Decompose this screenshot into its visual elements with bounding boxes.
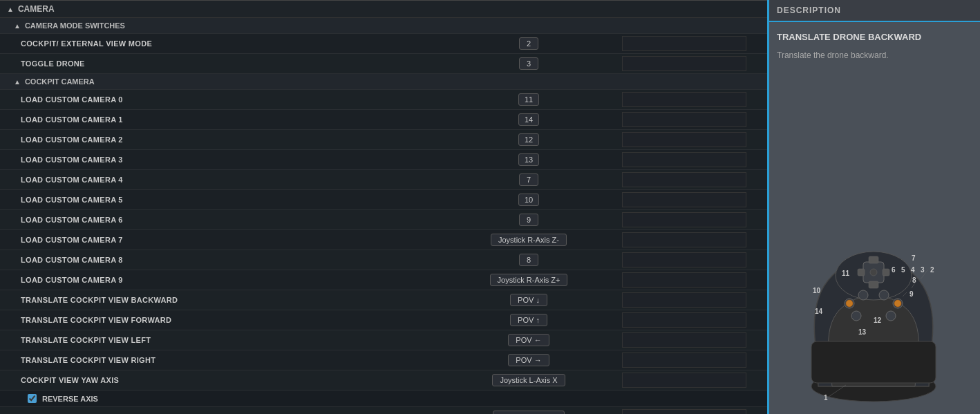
row-label: TOGGLE DRONE	[0, 57, 456, 70]
binding1-cell[interactable]: Joystick R-Axis Z-	[456, 232, 601, 248]
binding2-cell[interactable]	[601, 270, 767, 290]
table-row[interactable]: TOGGLE DRONE 3	[0, 54, 767, 74]
empty-binding	[622, 373, 746, 388]
svg-text:2: 2	[930, 266, 934, 274]
key-badge: 11	[518, 93, 539, 106]
empty-binding	[622, 36, 746, 51]
binding1-cell[interactable]: 9	[456, 211, 601, 228]
empty-binding	[622, 332, 746, 348]
row-label: COCKPIT VIEW PITCH AXIS	[0, 410, 456, 414]
svg-rect-6	[858, 269, 865, 276]
binding2-cell[interactable]	[601, 250, 767, 270]
svg-text:3: 3	[921, 266, 925, 274]
binding2-cell[interactable]	[601, 290, 767, 310]
binding1-cell[interactable]: POV ↑	[456, 312, 601, 328]
table-row[interactable]: COCKPIT VIEW PITCH AXIS Joystick L-Axis …	[0, 407, 767, 414]
svg-point-17	[894, 300, 901, 307]
cockpit-camera-header[interactable]: ▲ COCKPIT CAMERA	[0, 74, 767, 90]
table-row[interactable]: COCKPIT/ EXTERNAL VIEW MODE 2	[0, 34, 767, 54]
empty-binding	[622, 252, 746, 267]
svg-text:14: 14	[815, 308, 823, 315]
row-label: LOAD CUSTOM CAMERA 9	[0, 273, 456, 287]
empty-binding	[622, 92, 746, 107]
row-label: TRANSLATE COCKPIT VIEW BACKWARD	[0, 293, 456, 307]
camera-mode-switches-header[interactable]: ▲ CAMERA MODE SWITCHES	[0, 18, 767, 34]
table-row[interactable]: TRANSLATE COCKPIT VIEW RIGHT POV →	[0, 350, 767, 370]
table-row[interactable]: COCKPIT VIEW YAW AXIS Joystick L-Axis X	[0, 370, 767, 391]
table-row[interactable]: LOAD CUSTOM CAMERA 3 13	[0, 150, 767, 170]
table-row[interactable]: TRANSLATE COCKPIT VIEW FORWARD POV ↑	[0, 310, 767, 330]
binding1-cell[interactable]: Joystick R-Axis Z+	[456, 272, 601, 288]
binding2-cell[interactable]	[601, 34, 767, 53]
svg-rect-9	[811, 341, 936, 383]
binding2-cell[interactable]	[601, 150, 767, 169]
binding1-cell[interactable]: 3	[456, 55, 601, 72]
description-header: DESCRIPTION	[767, 0, 980, 22]
key-badge-wide: Joystick R-Axis Z-	[491, 234, 567, 246]
joystick-diagram: 1 2 3 4 5 6 7 8 9 10 11 12 13 1	[777, 214, 970, 407]
left-panel[interactable]: ▲ CAMERA ▲ CAMERA MODE SWITCHES COCKPIT/…	[0, 0, 767, 414]
row-label: COCKPIT/ EXTERNAL VIEW MODE	[0, 37, 456, 50]
row-label: LOAD CUSTOM CAMERA 2	[0, 133, 456, 147]
binding1-cell[interactable]: 11	[456, 91, 601, 108]
binding2-cell[interactable]	[601, 54, 767, 73]
empty-binding	[622, 212, 746, 227]
binding1-cell[interactable]: 2	[456, 35, 601, 52]
table-row[interactable]: LOAD CUSTOM CAMERA 5 10	[0, 190, 767, 210]
binding2-cell[interactable]	[601, 210, 767, 229]
binding1-cell[interactable]: POV →	[456, 352, 601, 368]
svg-point-15	[851, 311, 861, 321]
binding1-cell[interactable]: 14	[456, 111, 601, 128]
table-row[interactable]: TRANSLATE COCKPIT VIEW LEFT POV ←	[0, 330, 767, 350]
binding2-cell[interactable]	[601, 310, 767, 330]
table-row[interactable]: LOAD CUSTOM CAMERA 0 11	[0, 90, 767, 110]
table-row[interactable]: LOAD CUSTOM CAMERA 6 9	[0, 210, 767, 230]
binding1-cell[interactable]: POV ↓	[456, 292, 601, 308]
camera-section-header: ▲ CAMERA	[0, 0, 767, 18]
key-badge-wide: POV ←	[508, 334, 549, 346]
reverse-axis-yaw-row[interactable]: REVERSE AXIS	[0, 391, 767, 407]
binding1-cell[interactable]: 12	[456, 131, 601, 148]
table-row[interactable]: LOAD CUSTOM CAMERA 8 8	[0, 250, 767, 270]
binding1-cell[interactable]: 10	[456, 191, 601, 208]
table-row[interactable]: LOAD CUSTOM CAMERA 7 Joystick R-Axis Z-	[0, 230, 767, 250]
binding2-cell[interactable]	[601, 330, 767, 350]
table-row[interactable]: LOAD CUSTOM CAMERA 4 7	[0, 170, 767, 190]
binding1-cell[interactable]: Joystick L-Axis X	[456, 372, 601, 388]
table-row[interactable]: TRANSLATE COCKPIT VIEW BACKWARD POV ↓	[0, 290, 767, 310]
row-label: LOAD CUSTOM CAMERA 8	[0, 253, 456, 267]
binding1-cell[interactable]: POV ←	[456, 332, 601, 348]
svg-point-11	[858, 290, 868, 300]
row-label: LOAD CUSTOM CAMERA 1	[0, 113, 456, 126]
table-row[interactable]: LOAD CUSTOM CAMERA 1 14	[0, 110, 767, 130]
key-badge: 7	[519, 173, 538, 186]
binding1-cell[interactable]: 7	[456, 171, 601, 188]
svg-text:10: 10	[813, 287, 821, 294]
table-row[interactable]: LOAD CUSTOM CAMERA 2 12	[0, 130, 767, 150]
empty-binding	[622, 312, 746, 328]
binding2-cell[interactable]	[601, 407, 767, 414]
binding1-cell[interactable]: Joystick L-Axis Y	[456, 408, 601, 414]
row-label: COCKPIT VIEW YAW AXIS	[0, 373, 456, 387]
key-badge: 14	[518, 113, 539, 126]
row-label: LOAD CUSTOM CAMERA 5	[0, 193, 456, 207]
binding2-cell[interactable]	[601, 170, 767, 189]
table-row[interactable]: LOAD CUSTOM CAMERA 9 Joystick R-Axis Z+	[0, 270, 767, 290]
svg-point-8	[870, 269, 877, 276]
empty-binding	[622, 409, 746, 414]
binding2-cell[interactable]	[601, 130, 767, 149]
empty-binding	[622, 352, 746, 368]
reverse-axis-yaw-checkbox[interactable]	[28, 394, 37, 403]
key-badge: 10	[518, 194, 539, 206]
empty-binding	[622, 172, 746, 187]
binding2-cell[interactable]	[601, 90, 767, 109]
empty-binding	[622, 292, 746, 308]
binding2-cell[interactable]	[601, 110, 767, 129]
binding2-cell[interactable]	[601, 370, 767, 390]
binding2-cell[interactable]	[601, 350, 767, 370]
binding1-cell[interactable]: 13	[456, 151, 601, 168]
camera-arrow-icon: ▲	[7, 6, 14, 13]
binding1-cell[interactable]: 8	[456, 252, 601, 268]
binding2-cell[interactable]	[601, 190, 767, 209]
binding2-cell[interactable]	[601, 230, 767, 250]
